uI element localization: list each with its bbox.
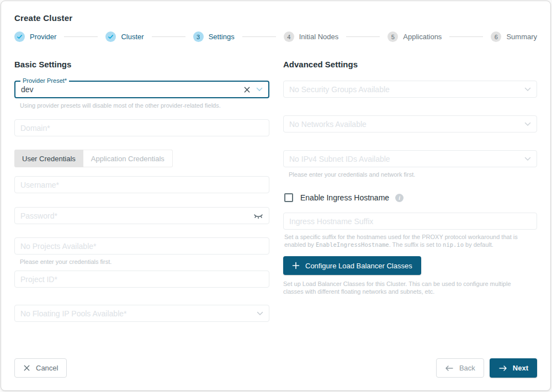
- enable-ingress-hostname-row: Enable Ingress Hostname i: [284, 193, 537, 202]
- floating-ip-pools-placeholder: No Floating IP Pools Available*: [20, 309, 252, 318]
- lb-helper: Set up Load Balancer Classes for this Cl…: [283, 280, 533, 295]
- next-label: Next: [513, 364, 528, 372]
- back-button[interactable]: Back: [436, 358, 484, 378]
- advanced-settings-section: Advanced Settings No Security Groups Ava…: [283, 60, 537, 322]
- suffix-helper-text: by default.: [464, 241, 493, 248]
- username-field: [14, 176, 269, 193]
- project-id-input[interactable]: [20, 275, 263, 284]
- step-initial-nodes[interactable]: 4 Initial Nodes: [284, 31, 339, 42]
- step-label: Summary: [506, 33, 537, 41]
- chevron-down-icon: [524, 87, 531, 92]
- step-label: Settings: [209, 33, 235, 41]
- step-number: 4: [284, 31, 294, 42]
- arrow-right-icon: [498, 365, 507, 372]
- step-connector: [64, 36, 98, 37]
- ingress-hostname-suffix-input[interactable]: [289, 217, 531, 226]
- step-number: 5: [388, 31, 398, 42]
- advanced-settings-heading: Advanced Settings: [283, 60, 537, 69]
- step-connector: [449, 36, 483, 37]
- create-cluster-wizard: Create Cluster Provider Cluster 3 Settin…: [1, 1, 551, 391]
- floating-ip-pools-select[interactable]: No Floating IP Pools Available*: [14, 305, 269, 322]
- suffix-helper-code: nip.io: [443, 241, 464, 248]
- provider-preset-helper: Using provider presets will disable most…: [14, 102, 269, 109]
- lb-button-label: Configure Load Balancer Classes: [305, 262, 412, 270]
- clear-icon[interactable]: [243, 86, 251, 93]
- step-number: 6: [491, 31, 501, 42]
- step-cluster[interactable]: Cluster: [105, 31, 144, 42]
- page-title: Create Cluster: [14, 13, 537, 23]
- close-icon: [23, 364, 30, 372]
- chevron-down-icon: [524, 157, 531, 161]
- step-summary[interactable]: 6 Summary: [491, 31, 537, 42]
- plus-icon: [292, 262, 300, 269]
- suffix-helper-text: . The suffix is set to: [389, 241, 443, 248]
- password-field: [14, 207, 269, 224]
- info-icon[interactable]: i: [395, 194, 404, 202]
- step-connector: [152, 36, 185, 37]
- wizard-footer: Cancel Back Next: [14, 358, 537, 378]
- next-button[interactable]: Next: [490, 358, 537, 378]
- step-number: 3: [193, 31, 204, 42]
- project-id-field: [14, 271, 269, 288]
- step-label: Applications: [403, 33, 442, 41]
- provider-preset-label: Provider Preset*: [20, 77, 69, 84]
- credentials-tabs: User Credentials Application Credentials: [14, 150, 269, 167]
- suffix-helper: Set a specific suffix for the hostnames …: [283, 233, 537, 248]
- suffix-helper-code: EnableIngressHostname: [316, 241, 389, 248]
- security-groups-select[interactable]: No Security Groups Available: [283, 81, 537, 98]
- username-input[interactable]: [20, 181, 263, 189]
- step-check-icon: [14, 31, 25, 42]
- step-connector: [242, 36, 276, 37]
- back-label: Back: [459, 364, 475, 372]
- arrow-left-icon: [445, 365, 454, 372]
- ipv4-subnet-ids-placeholder: No IPv4 Subnet IDs Available: [289, 155, 520, 163]
- step-label: Provider: [30, 33, 56, 41]
- enable-ingress-hostname-label: Enable Ingress Hostname: [300, 193, 389, 202]
- tab-application-credentials[interactable]: Application Credentials: [83, 150, 173, 167]
- ipv4-subnet-ids-select[interactable]: No IPv4 Subnet IDs Available: [283, 150, 537, 167]
- networks-select[interactable]: No Networks Available: [283, 115, 537, 133]
- step-connector: [346, 36, 380, 37]
- cancel-label: Cancel: [36, 364, 58, 372]
- step-label: Cluster: [121, 33, 144, 41]
- chevron-down-icon[interactable]: [256, 87, 263, 92]
- domain-field: [14, 119, 269, 136]
- provider-preset-field[interactable]: Provider Preset*: [14, 81, 269, 98]
- ingress-hostname-suffix-field: [283, 213, 537, 230]
- cancel-button[interactable]: Cancel: [14, 358, 67, 378]
- tab-user-credentials[interactable]: User Credentials: [14, 150, 83, 167]
- networks-placeholder: No Networks Available: [289, 120, 520, 129]
- subnets-helper: Please enter your credentials and networ…: [283, 171, 537, 178]
- eye-off-icon[interactable]: [253, 213, 263, 219]
- enable-ingress-hostname-checkbox[interactable]: [284, 193, 293, 202]
- projects-helper: Please enter your credentials first.: [14, 258, 269, 266]
- chevron-down-icon: [524, 122, 531, 126]
- step-applications[interactable]: 5 Applications: [388, 31, 442, 42]
- step-check-icon: [105, 31, 116, 42]
- password-input[interactable]: [20, 211, 253, 220]
- projects-field: [14, 237, 269, 255]
- basic-settings-section: Basic Settings Provider Preset* Using pr…: [14, 60, 269, 322]
- step-provider[interactable]: Provider: [14, 31, 56, 42]
- projects-input[interactable]: [20, 242, 263, 251]
- security-groups-placeholder: No Security Groups Available: [289, 85, 520, 94]
- domain-input[interactable]: [20, 124, 263, 133]
- configure-load-balancer-classes-button[interactable]: Configure Load Balancer Classes: [283, 256, 421, 275]
- step-label: Initial Nodes: [299, 33, 339, 41]
- basic-settings-heading: Basic Settings: [14, 60, 269, 69]
- provider-preset-input[interactable]: [21, 85, 243, 94]
- chevron-down-icon: [257, 311, 263, 316]
- wizard-stepper: Provider Cluster 3 Settings 4 Initial No…: [14, 31, 537, 42]
- step-settings[interactable]: 3 Settings: [193, 31, 235, 42]
